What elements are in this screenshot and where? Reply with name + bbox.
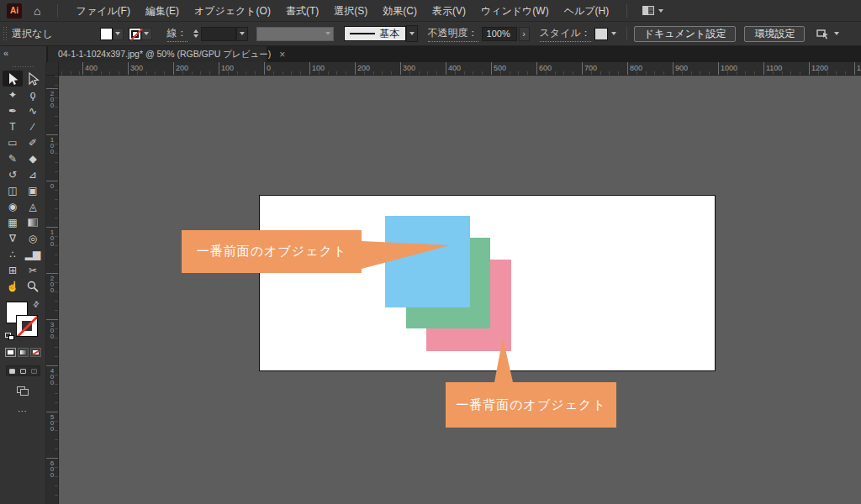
stroke-weight-dropdown-button[interactable] (236, 27, 248, 41)
rectangle-tool-icon[interactable]: ▭ (3, 134, 23, 150)
blend-tool-icon[interactable]: ◎ (23, 230, 43, 246)
menu-file[interactable]: ファイル(F) (68, 0, 137, 22)
canvas-pasteboard[interactable]: 一番前面のオブジェクト 一番背面のオブジェクト (59, 76, 861, 504)
draw-normal-icon[interactable] (7, 366, 18, 375)
rotate-tool-icon[interactable]: ↺ (3, 166, 23, 182)
type-tool-icon[interactable]: T (3, 118, 23, 134)
opacity-label[interactable]: 不透明度： (428, 26, 478, 42)
document-tab[interactable]: 04-1-1-1024x397.jpg* @ 50% (RGB/GPU プレビュ… (48, 46, 267, 62)
column-graph-tool-icon[interactable]: ▂▆ (23, 246, 43, 262)
edit-toolbar-button[interactable]: ⋯ (18, 406, 28, 417)
width-tool-icon[interactable]: ◫ (3, 182, 23, 198)
stroke-weight-input[interactable] (201, 27, 236, 41)
swap-fill-stroke-icon[interactable]: ⇄ (31, 299, 41, 309)
fill-stroke-indicator[interactable]: ⇄ (5, 300, 40, 340)
opacity-input[interactable]: 100% (482, 27, 517, 41)
shaper-tool-icon[interactable]: ✎ (3, 150, 23, 166)
width-profile-dropdown-button[interactable] (406, 25, 418, 42)
home-icon[interactable]: ⌂ (34, 4, 40, 18)
collapse-panel-icon[interactable]: « (0, 46, 46, 62)
ruler-tick (673, 62, 673, 75)
opacity-options-button[interactable]: › (519, 27, 530, 41)
vertical-ruler[interactable]: 2 0 01 0 001 0 02 0 03 0 04 0 05 0 06 0 … (46, 76, 59, 504)
menu-edit[interactable]: 編集(E) (138, 0, 187, 22)
pen-tool-icon[interactable]: ✒ (3, 102, 23, 118)
menu-help[interactable]: ヘルプ(H) (557, 0, 617, 22)
default-fill-stroke-icon[interactable] (5, 333, 14, 340)
control-bar: 選択なし 線： 基本 不透明度： 100% › スタイル： (0, 22, 861, 46)
stroke-weight-label[interactable]: 線： (167, 26, 188, 42)
menu-window[interactable]: ウィンドウ(W) (473, 0, 557, 22)
draw-behind-icon[interactable] (18, 366, 29, 375)
preferences-button[interactable]: 環境設定 (744, 26, 805, 42)
curvature-tool-icon[interactable]: ∿ (23, 102, 43, 118)
slice-tool-icon[interactable]: ✂ (23, 262, 43, 278)
callout-front-label[interactable]: 一番前面のオブジェクト (182, 230, 362, 273)
front-square-object[interactable] (385, 216, 470, 307)
screen-mode-button[interactable] (17, 386, 29, 396)
panel-grip[interactable] (3, 26, 7, 41)
scale-tool-icon[interactable]: ⊿ (23, 166, 43, 182)
tab-close-icon[interactable]: × (279, 49, 285, 60)
stroke-indicator[interactable] (16, 315, 38, 337)
line-segment-tool-icon[interactable]: ∕ (23, 118, 43, 134)
paintbrush-tool-icon[interactable]: ✐ (23, 134, 43, 150)
chevron-down-icon (325, 32, 330, 35)
menu-type[interactable]: 書式(T) (278, 0, 326, 22)
artboard-tool-icon[interactable]: ⊞ (3, 262, 23, 278)
ruler-tick (46, 88, 58, 89)
ruler-tick (82, 62, 83, 75)
mesh-tool-icon[interactable]: ▦ (3, 214, 23, 230)
eraser-tool-icon[interactable]: ◆ (23, 150, 43, 166)
brush-definition-dropdown (256, 27, 334, 41)
eyedropper-tool-icon[interactable]: ∇ (3, 230, 23, 246)
style-label[interactable]: スタイル： (540, 26, 591, 42)
fill-dropdown-button[interactable] (113, 28, 124, 40)
width-profile-dropdown[interactable]: 基本 (344, 26, 406, 41)
lasso-tool-icon[interactable]: ϙ (23, 87, 43, 102)
perspective-grid-tool-icon[interactable]: ◬ (23, 198, 43, 214)
document-setup-button[interactable]: ドキュメント設定 (634, 26, 737, 42)
ruler-tick (46, 365, 58, 366)
symbol-sprayer-tool-icon[interactable]: ∴ (3, 246, 23, 262)
fill-color-control[interactable] (100, 28, 124, 40)
free-transform-tool-icon[interactable]: ▣ (23, 182, 43, 198)
stroke-none-swatch[interactable] (129, 28, 141, 40)
color-button[interactable] (5, 348, 16, 357)
document-tab-title: 04-1-1-1024x397.jpg* @ 50% (RGB/GPU プレビュ… (58, 49, 271, 60)
stroke-color-control[interactable] (129, 28, 152, 40)
ruler-label: 3 0 0 (46, 322, 58, 339)
ruler-label: 500 (494, 64, 506, 72)
shape-builder-tool-icon[interactable]: ◉ (3, 198, 23, 214)
drawing-mode-buttons (6, 365, 40, 376)
chevron-down-icon (115, 32, 120, 35)
ruler-label: 1100 (766, 64, 782, 72)
chevron-down-icon (834, 32, 839, 35)
select-similar-icon (816, 28, 830, 39)
direct-selection-tool-icon[interactable] (23, 71, 43, 87)
panel-drag-handle[interactable] (12, 66, 34, 68)
ruler-origin-corner (46, 62, 59, 76)
ruler-label: 100 (312, 64, 325, 72)
hand-tool-icon[interactable]: ☝ (3, 278, 23, 294)
fill-swatch[interactable] (100, 28, 113, 40)
ruler-label: 2 0 0 (46, 91, 58, 108)
horizontal-ruler[interactable]: 4003002001000100200300400500600700800900… (59, 62, 861, 76)
menu-object[interactable]: オブジェクト(O) (187, 0, 278, 22)
select-similar-options[interactable] (816, 28, 839, 39)
menu-effect[interactable]: 効果(C) (375, 0, 425, 22)
menu-select[interactable]: 選択(S) (326, 0, 375, 22)
none-button[interactable] (30, 348, 41, 357)
gradient-tool-icon[interactable] (23, 214, 43, 230)
ruler-label: 1000 (721, 64, 737, 72)
workspace-switcher-button[interactable] (642, 6, 663, 15)
callout-back-label[interactable]: 一番背面のオブジェクト (446, 382, 616, 428)
zoom-tool-icon[interactable] (23, 278, 43, 294)
menu-view[interactable]: 表示(V) (425, 0, 473, 22)
stroke-weight-stepper[interactable] (193, 29, 198, 38)
style-dropdown-button[interactable] (608, 27, 620, 41)
style-swatch[interactable] (594, 28, 608, 40)
gradient-button[interactable] (18, 348, 29, 357)
magic-wand-tool-icon[interactable]: ✦ (3, 87, 23, 102)
selection-tool-icon[interactable] (3, 71, 23, 87)
